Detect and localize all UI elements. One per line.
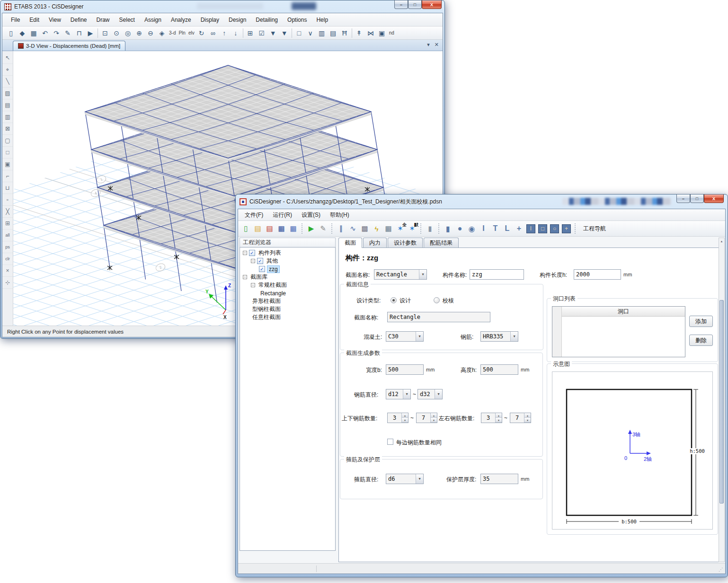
table-icon[interactable]: ▦ [382, 223, 394, 235]
shape-circle-icon[interactable]: ● [454, 223, 466, 235]
tree-item-regular-column-sections[interactable]: −常规柱截面 [240, 281, 335, 289]
tab-close-icon[interactable]: ✕ [435, 42, 439, 48]
minimize-button[interactable]: – [394, 0, 408, 9]
etabs-titlebar[interactable]: ETABS 2013 - CiSDesigner – □ X [0, 0, 444, 13]
save-as-icon[interactable]: ▦ [287, 223, 299, 235]
rotate-view-icon[interactable]: ↻ [196, 28, 207, 38]
nd-label[interactable]: nd [388, 28, 396, 38]
similar-stories-icon[interactable]: ▥ [316, 28, 328, 38]
draw-frame-icon[interactable]: □ [293, 28, 305, 38]
plan-view-icon[interactable]: Pln [177, 28, 186, 38]
shape-box-I-icon[interactable]: I [525, 223, 537, 235]
stirrup-dia-combo[interactable]: d6▼ [386, 474, 424, 484]
shape-cross-icon[interactable]: + [513, 223, 525, 235]
redo-icon[interactable]: ↷ [51, 28, 62, 38]
tab-internal-forces[interactable]: 内力 [363, 238, 387, 247]
zoom-in-icon[interactable]: ⊕ [133, 28, 145, 38]
intersecting-line-select-icon[interactable]: × [2, 265, 13, 277]
concrete-combo[interactable]: C30▼ [386, 331, 424, 342]
gear-default-icon[interactable]: ✶默 [406, 223, 418, 235]
draw-wall-icon[interactable]: ⊠ [2, 123, 13, 135]
new-model-icon[interactable]: ▯ [5, 28, 17, 38]
rebar-grade-combo[interactable]: HRB335▼ [480, 331, 518, 342]
shape-polygon-icon[interactable]: ◉ [466, 223, 478, 235]
etabs-menu-select[interactable]: Select [115, 15, 140, 25]
rubber-band-zoom-icon[interactable]: ⊡ [99, 28, 111, 38]
draw-point-area-icon[interactable]: ▣ [2, 159, 13, 170]
tab-design-params[interactable]: 设计参数 [388, 238, 423, 247]
tree-expander-icon[interactable]: − [243, 275, 247, 279]
run-icon[interactable]: ▶ [305, 223, 317, 235]
lr-count-to-spinner[interactable]: 7▲▼ [510, 413, 531, 423]
reshape-object-icon[interactable]: ⌖ [2, 64, 13, 76]
close-button[interactable]: X [422, 0, 442, 9]
shape-box-circle-icon[interactable]: ○ [549, 223, 560, 235]
open-file-icon[interactable]: ▤ [252, 223, 264, 235]
mesh-icon[interactable]: ▩ [359, 223, 371, 235]
draw-area-icon[interactable]: ▢ [2, 135, 13, 147]
height-input[interactable]: 500 [480, 364, 518, 375]
tree-expander-icon[interactable]: − [251, 259, 255, 263]
tree-item-arbitrary-column-sections[interactable]: 任意柱截面 [240, 313, 335, 321]
design-radio[interactable] [391, 297, 397, 303]
etabs-menu-detailing[interactable]: Detailing [251, 15, 283, 25]
same-count-checkbox[interactable] [387, 439, 393, 445]
lr-count-from-spinner[interactable]: 3▲▼ [481, 413, 502, 423]
etabs-menu-define[interactable]: Define [66, 15, 92, 25]
draw-door-icon[interactable]: ▫ [2, 194, 13, 206]
clear-selection-icon[interactable]: clr [2, 253, 13, 265]
tree-expander-icon[interactable]: − [251, 283, 255, 287]
openings-table[interactable]: 洞口 [552, 306, 685, 357]
elevation-view-icon[interactable]: elv [187, 28, 196, 38]
tree-checkbox[interactable]: ✓ [249, 250, 255, 256]
move-down-in-list-icon[interactable]: ↓ [230, 28, 241, 38]
lightning-icon[interactable]: ϟ [371, 223, 382, 235]
member-length-input[interactable]: 2000 [574, 269, 621, 280]
perspective-toggle-icon[interactable]: ∞ [207, 28, 219, 38]
resize-grip[interactable]: ⋰ [719, 567, 723, 572]
tab-dropdown-icon[interactable]: ▾ [427, 42, 430, 48]
tree-item-special-column-sections[interactable]: 异形柱截面 [240, 297, 335, 305]
width-input[interactable]: 500 [386, 364, 424, 375]
section-name2-input[interactable]: Rectangle [387, 312, 490, 322]
view-3d-icon[interactable]: 3-d [168, 28, 177, 38]
previous-selection-icon[interactable]: ps [2, 241, 13, 253]
column-section-icon[interactable]: Ħ [339, 28, 350, 38]
draw-braces-icon[interactable]: ▤ [2, 99, 13, 111]
cis-menu-settings[interactable]: 设置(S) [297, 209, 325, 221]
vertical-scrollbar[interactable]: ▲ [719, 238, 725, 562]
restore-full-view-icon[interactable]: ⊙ [111, 28, 122, 38]
etabs-menu-help[interactable]: Help [311, 15, 333, 25]
draw-secondary-beams-icon[interactable]: ▥ [2, 111, 13, 123]
edit-pen-icon[interactable]: ✎ [62, 28, 73, 38]
snap-to-intersections-icon[interactable]: ⋈ [365, 28, 376, 38]
draw-joint-icon[interactable]: ∨ [305, 28, 316, 38]
cis-menu-run[interactable]: 运行(R) [268, 209, 297, 221]
rebar-icon[interactable]: ∥ [335, 223, 347, 235]
new-file-icon[interactable]: ▯ [240, 223, 252, 235]
object-shrink-toggle-icon[interactable]: ⊞ [245, 28, 256, 38]
one-story-icon[interactable]: ▤ [328, 28, 339, 38]
tree-item-steel-column-sections[interactable]: 型钢柱截面 [240, 305, 335, 313]
pointer-select-icon[interactable]: ↖ [2, 52, 13, 64]
pan-icon[interactable]: ◈ [156, 28, 168, 38]
edit-icon[interactable]: ✎ [317, 223, 329, 235]
frame-assigns-dropdown-icon[interactable]: ▼ [279, 28, 290, 38]
close-button[interactable]: X [704, 194, 724, 203]
etabs-menu-assign[interactable]: Assign [140, 15, 166, 25]
tb-count-to-spinner[interactable]: 7▲▼ [416, 413, 437, 423]
tb-count-from-spinner[interactable]: 3▲▼ [387, 413, 408, 423]
section-name-combo[interactable]: Rectangle▼ [374, 269, 427, 280]
shape-box-rect-icon[interactable]: □ [537, 223, 549, 235]
snap-options-icon[interactable]: ⊹ [2, 277, 13, 289]
etabs-menu-edit[interactable]: Edit [25, 15, 44, 25]
check-model-icon[interactable]: ☑ [256, 28, 267, 38]
tree-item-member-list[interactable]: −✓构件列表 [240, 249, 335, 257]
select-all-icon[interactable]: all [2, 230, 13, 241]
draw-frame-object-icon[interactable]: ▨ [2, 88, 13, 99]
etabs-menu-view[interactable]: View [44, 15, 66, 25]
tree-item-rectangle[interactable]: Rectangle [240, 289, 335, 297]
cover-input[interactable]: 35 [480, 474, 518, 484]
etabs-menu-draw[interactable]: Draw [92, 15, 115, 25]
run-analysis-icon[interactable]: ▶ [85, 28, 96, 38]
